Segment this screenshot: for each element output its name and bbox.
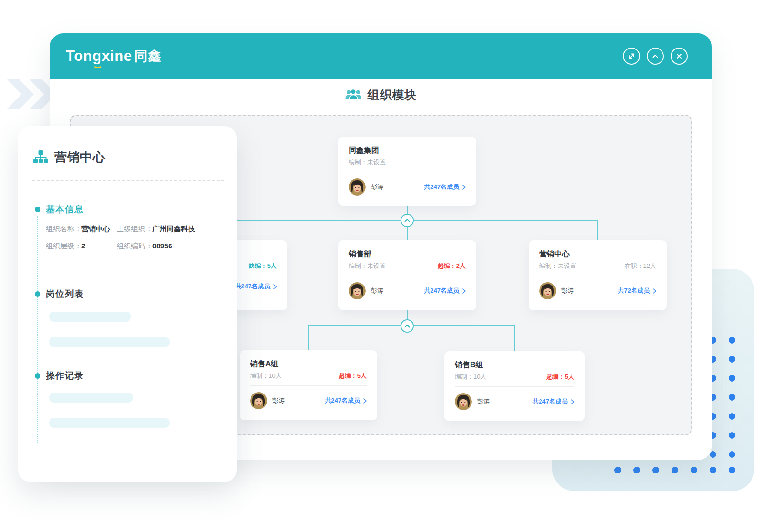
members-link-label: 共247名成员	[424, 183, 459, 191]
org-card-sales-b[interactable]: 销售B组 编制：10人 超编：5人 彭涛 共247名成员	[444, 351, 585, 421]
module-title: 组织模块	[50, 87, 712, 103]
members-link-label: 共247名成员	[424, 286, 459, 295]
members-link[interactable]: 共247名成员	[235, 282, 277, 291]
divider	[349, 276, 466, 276]
chevron-up-icon	[651, 52, 660, 60]
close-button[interactable]	[671, 48, 688, 65]
members-link[interactable]: 共247名成员	[325, 396, 367, 405]
org-tree-icon	[33, 150, 48, 164]
avatar	[250, 392, 267, 409]
field-value: 营销中心	[81, 224, 110, 233]
field-label: 组织名称：	[46, 224, 81, 233]
page-title: 组织模块	[368, 87, 417, 103]
member-name: 彭涛	[561, 286, 574, 295]
field-value: 08956	[152, 241, 172, 250]
org-card-establishment: 编制：10人	[250, 372, 281, 380]
title-bar: Tongxine 同鑫	[50, 33, 712, 79]
close-icon	[675, 52, 683, 60]
field-label: 上级组织：	[117, 224, 152, 233]
chevron-right-icon	[571, 399, 574, 404]
connector-line	[308, 325, 309, 350]
dashed-divider	[32, 180, 224, 181]
section-heading-operation-log: 操作记录	[46, 370, 84, 382]
field-value: 广州同鑫科技	[152, 224, 195, 233]
chevron-up-icon	[404, 218, 410, 222]
org-card-sales-dept[interactable]: 销售部 编制：未设置 超编：2人 彭涛 共247名成员	[338, 240, 476, 310]
field-label: 组织编码：	[117, 241, 152, 250]
chevron-right-icon	[363, 398, 367, 404]
org-card-establishment: 编制：未设置	[539, 262, 576, 270]
divider	[539, 276, 656, 276]
org-card-marketing[interactable]: 营销中心 编制：未设置 在职：12人 彭涛 共72名成员	[529, 240, 667, 310]
timeline-line	[37, 216, 38, 443]
chevron-up-icon	[404, 324, 410, 328]
avatar	[349, 282, 366, 299]
org-card-title: 销售A组	[250, 359, 367, 369]
field-value: 2	[81, 241, 85, 250]
chevron-right-icon	[462, 185, 466, 190]
field-label: 组织层级：	[46, 241, 81, 250]
org-card-status: 超编：5人	[546, 373, 574, 381]
detail-panel-header: 营销中心	[33, 149, 106, 166]
org-card-root[interactable]: 同鑫集团 编制：未设置 彭涛 共247名成员	[338, 137, 476, 206]
avatar	[349, 178, 366, 196]
section-heading-position-list: 岗位列表	[46, 288, 84, 300]
org-card-establishment: 编制：未设置	[349, 262, 386, 270]
placeholder-bar	[49, 312, 131, 322]
connector-line	[514, 325, 515, 351]
collapse-button[interactable]	[647, 48, 664, 65]
timeline-bullet	[35, 207, 40, 212]
detail-panel-title: 营销中心	[54, 149, 106, 166]
section-heading-basic-info: 基本信息	[46, 203, 84, 216]
chevron-right-icon	[462, 288, 466, 294]
collapse-node-button[interactable]	[401, 319, 414, 333]
org-card-status: 超编：2人	[438, 262, 466, 270]
placeholder-bar	[49, 393, 133, 403]
org-card-title: 销售B组	[455, 360, 574, 370]
org-card-status: 缺编：5人	[249, 262, 277, 270]
brand-logo-latin: Tongxine	[66, 48, 132, 65]
member-name: 彭涛	[272, 396, 285, 405]
decor-chevron-icon	[7, 79, 34, 109]
member-name: 彭涛	[371, 286, 383, 295]
divider	[455, 386, 574, 387]
org-card-establishment: 编制：10人	[455, 373, 486, 381]
collapse-node-button[interactable]	[401, 214, 414, 227]
logo-smile-icon	[93, 63, 103, 68]
chevron-right-icon	[273, 284, 277, 289]
avatar	[539, 282, 556, 299]
org-card-title: 营销中心	[539, 249, 656, 259]
members-link[interactable]: 共247名成员	[532, 397, 574, 406]
brand-logo: Tongxine 同鑫	[66, 46, 161, 67]
members-link[interactable]: 共247名成员	[424, 183, 466, 191]
org-card-title: 同鑫集团	[349, 146, 466, 155]
members-link-label: 共247名成员	[325, 396, 360, 405]
org-card-status: 在职：12人	[625, 262, 656, 270]
timeline-bullet	[35, 291, 40, 297]
members-link-label: 共72名成员	[618, 286, 650, 295]
placeholder-bar	[49, 418, 170, 428]
members-link-label: 共247名成员	[235, 282, 270, 291]
expand-icon	[627, 52, 636, 60]
decor-dot-row	[608, 461, 742, 480]
members-link[interactable]: 共72名成员	[618, 286, 656, 295]
detail-panel: 营销中心 基本信息 组织名称： 营销中心 上级组织： 广州同鑫科技 组织层级： …	[18, 126, 237, 482]
timeline-bullet	[35, 373, 40, 379]
people-group-icon	[345, 89, 362, 101]
org-card-sales-a[interactable]: 销售A组 编制：10人 超编：5人 彭涛 共247名成员	[240, 350, 377, 420]
divider	[250, 385, 367, 386]
org-card-establishment: 编制：未设置	[349, 158, 386, 166]
org-card-title: 销售部	[349, 249, 466, 259]
member-name: 彭涛	[477, 397, 490, 406]
member-name: 彭涛	[371, 183, 383, 191]
placeholder-bar	[49, 337, 170, 347]
divider	[349, 172, 466, 172]
brand-logo-cjk: 同鑫	[134, 47, 161, 65]
members-link-label: 共247名成员	[532, 397, 568, 406]
chevron-right-icon	[653, 288, 656, 294]
org-card-status: 超编：5人	[339, 372, 367, 380]
avatar	[455, 393, 472, 410]
connector-line	[597, 220, 598, 240]
members-link[interactable]: 共247名成员	[424, 286, 466, 295]
expand-button[interactable]	[623, 48, 640, 65]
